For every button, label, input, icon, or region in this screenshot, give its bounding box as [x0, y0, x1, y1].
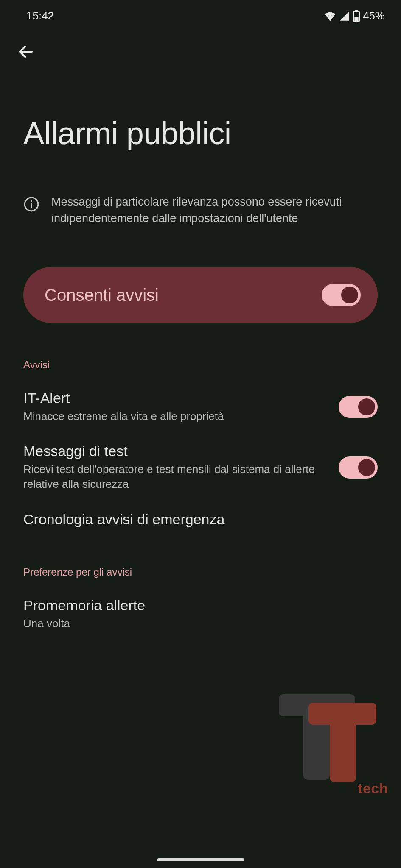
status-bar: 15:42 45%	[0, 0, 401, 27]
setting-alert-history[interactable]: Cronologia avvisi di emergenza	[0, 492, 401, 530]
status-right-cluster: 45%	[324, 9, 385, 22]
item-title: Messaggi di test	[23, 443, 326, 459]
item-subtitle: Ricevi test dell'operatore e test mensil…	[23, 462, 326, 492]
svg-rect-2	[354, 17, 358, 21]
cell-signal-icon	[339, 11, 350, 21]
allow-alerts-toggle[interactable]: Consenti avvisi	[23, 267, 378, 323]
item-title: Cronologia avvisi di emergenza	[23, 511, 365, 528]
item-subtitle: Una volta	[23, 616, 365, 631]
svg-point-4	[31, 200, 32, 202]
item-title: IT-Alert	[23, 390, 326, 406]
item-title: Promemoria allerte	[23, 597, 365, 614]
test-messages-switch[interactable]	[339, 456, 378, 479]
svg-rect-5	[31, 203, 32, 208]
setting-it-alert[interactable]: IT-Alert Minacce estreme alla vita e all…	[0, 371, 401, 424]
info-text: Messaggi di particolare rilevanza posson…	[51, 194, 378, 227]
allow-alerts-switch[interactable]	[322, 284, 361, 306]
item-subtitle: Minacce estreme alla vita e alle proprie…	[23, 409, 326, 424]
watermark: tech	[279, 694, 381, 783]
section-header-avvisi: Avvisi	[0, 323, 401, 371]
battery-icon	[353, 10, 360, 22]
allow-alerts-label: Consenti avvisi	[45, 286, 159, 305]
page-title: Allarmi pubblici	[0, 62, 401, 151]
setting-reminder[interactable]: Promemoria allerte Una volta	[0, 578, 401, 631]
battery-percent: 45%	[363, 9, 385, 22]
it-alert-switch[interactable]	[339, 396, 378, 418]
back-button[interactable]	[17, 43, 35, 61]
section-header-preferenze: Preferenze per gli avvisi	[0, 530, 401, 578]
wifi-icon	[324, 11, 337, 21]
info-banner: Messaggi di particolare rilevanza posson…	[0, 151, 401, 227]
info-icon	[23, 196, 39, 214]
watermark-text: tech	[358, 780, 388, 797]
nav-handle[interactable]	[157, 858, 244, 861]
setting-test-messages[interactable]: Messaggi di test Ricevi test dell'operat…	[0, 424, 401, 492]
status-time: 15:42	[26, 9, 54, 22]
arrow-left-icon	[17, 43, 35, 61]
